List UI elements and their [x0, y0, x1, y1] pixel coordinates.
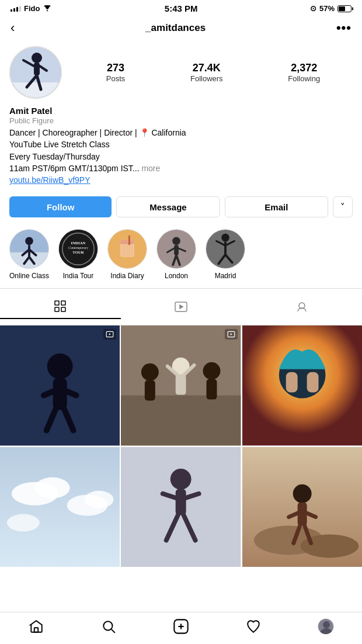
svg-rect-28	[174, 245, 179, 255]
svg-rect-92	[34, 628, 39, 632]
bottom-nav-profile[interactable]	[290, 618, 362, 635]
highlights-row: Online Class INDIAN Contemporary TOUR In…	[0, 224, 362, 288]
grid-item[interactable]	[242, 326, 362, 445]
status-left: Fido	[11, 4, 52, 13]
highlight-madrid[interactable]: Madrid	[206, 229, 245, 280]
svg-rect-40	[55, 301, 59, 305]
posts-label: Posts	[106, 74, 126, 83]
profile-section: 273 Posts 27.4K Followers 2,372 Followin…	[0, 40, 362, 106]
heart-icon	[246, 619, 261, 634]
profile-name: Amit Patel	[9, 106, 353, 116]
add-icon	[173, 618, 189, 635]
svg-point-74	[85, 490, 114, 508]
posts-count: 273	[107, 62, 124, 74]
profile-username: _amitdances	[145, 22, 206, 34]
grid-item[interactable]	[0, 326, 120, 445]
bio-more[interactable]: more	[140, 164, 161, 173]
svg-point-61	[203, 362, 221, 380]
svg-rect-24	[128, 236, 130, 245]
grid-icon	[53, 299, 67, 313]
svg-point-77	[170, 468, 192, 489]
content-tab-bar	[0, 289, 362, 326]
carrier-label: Fido	[24, 4, 40, 13]
tab-grid[interactable]	[0, 295, 121, 319]
stats-row: 273 Posts 27.4K Followers 2,372 Followin…	[74, 62, 353, 83]
back-button[interactable]: ‹	[11, 20, 15, 36]
svg-rect-56	[121, 396, 241, 446]
svg-point-27	[172, 237, 180, 245]
profile-bio: Dancer | Choreographer | Director | 📍 Ca…	[9, 127, 353, 174]
highlight-label-online: Online Class	[9, 272, 49, 280]
tab-tagged[interactable]	[241, 295, 362, 319]
stat-following[interactable]: 2,372 Following	[288, 62, 320, 83]
tab-reels[interactable]	[121, 295, 242, 319]
svg-point-34	[221, 234, 229, 242]
reels-badge	[103, 329, 116, 340]
svg-rect-49	[53, 378, 67, 410]
svg-point-86	[293, 484, 311, 503]
svg-rect-78	[176, 489, 186, 515]
svg-rect-43	[61, 307, 65, 311]
email-button[interactable]: Email	[225, 196, 328, 217]
battery-icon	[337, 5, 351, 12]
highlight-circle-madrid	[206, 229, 245, 269]
highlight-india-tour[interactable]: INDIAN Contemporary TOUR India Tour	[58, 229, 98, 280]
highlight-london[interactable]: London	[156, 229, 196, 280]
bio-section: Amit Patel Public Figure Dancer | Choreo…	[0, 106, 362, 192]
stat-posts[interactable]: 273 Posts	[106, 62, 126, 83]
svg-point-99	[323, 621, 330, 628]
svg-rect-68	[286, 372, 297, 393]
status-bar: Fido 5:43 PM ⊙ 57%	[0, 0, 362, 16]
location-pin-icon: 📍	[140, 128, 149, 137]
svg-rect-69	[307, 372, 318, 393]
grid-item[interactable]	[242, 447, 362, 567]
profile-link[interactable]: youtu.be/RiiwB_vf9PY	[9, 175, 353, 185]
screen-record-icon: ⊙	[310, 4, 316, 13]
status-right: ⊙ 57%	[310, 4, 351, 13]
svg-rect-25	[121, 245, 133, 256]
highlight-label-madrid: Madrid	[215, 272, 236, 280]
nav-bar: ‹ _amitdances •••	[0, 16, 362, 40]
followers-label: Followers	[190, 74, 223, 83]
grid-item[interactable]	[121, 447, 241, 567]
highlight-label-london: London	[165, 272, 188, 280]
highlight-label-india-tour: India Tour	[63, 272, 93, 280]
more-options-button[interactable]: •••	[336, 20, 351, 36]
highlight-label-india-diary: India Diary	[110, 272, 144, 280]
bottom-nav-heart[interactable]	[217, 619, 290, 634]
svg-point-75	[7, 514, 40, 531]
svg-text:Contemporary: Contemporary	[68, 246, 88, 250]
reels-icon	[174, 300, 188, 314]
bottom-nav	[0, 612, 362, 644]
bottom-nav-search[interactable]	[72, 619, 145, 634]
following-count: 2,372	[291, 62, 317, 74]
svg-point-72	[35, 477, 70, 498]
highlight-india-diary[interactable]: India Diary	[107, 229, 147, 280]
grid-item[interactable]	[0, 447, 120, 567]
svg-point-48	[47, 354, 73, 379]
message-button[interactable]: Message	[116, 196, 220, 217]
svg-rect-41	[61, 301, 65, 305]
search-icon	[101, 619, 116, 634]
profile-category: Public Figure	[9, 116, 353, 125]
svg-text:INDIAN: INDIAN	[71, 241, 86, 245]
svg-point-10	[25, 237, 33, 245]
avatar	[9, 46, 62, 99]
svg-rect-58	[145, 380, 155, 401]
follow-button[interactable]: Follow	[9, 196, 112, 217]
dropdown-button[interactable]: ˅	[333, 196, 353, 217]
stat-followers[interactable]: 27.4K Followers	[190, 62, 223, 83]
battery-percent: 57%	[319, 4, 335, 13]
svg-point-93	[103, 621, 112, 630]
highlight-circle-india-diary	[107, 229, 147, 269]
bottom-nav-home[interactable]	[0, 619, 72, 634]
svg-point-57	[141, 363, 159, 381]
home-icon	[29, 619, 44, 634]
bottom-nav-add[interactable]	[145, 618, 217, 635]
svg-rect-3	[34, 63, 40, 75]
grid-item[interactable]	[121, 326, 241, 445]
highlight-circle-london	[156, 229, 196, 269]
status-time: 5:43 PM	[165, 4, 198, 13]
highlight-online-class[interactable]: Online Class	[9, 229, 49, 280]
signal-icon	[11, 6, 21, 12]
